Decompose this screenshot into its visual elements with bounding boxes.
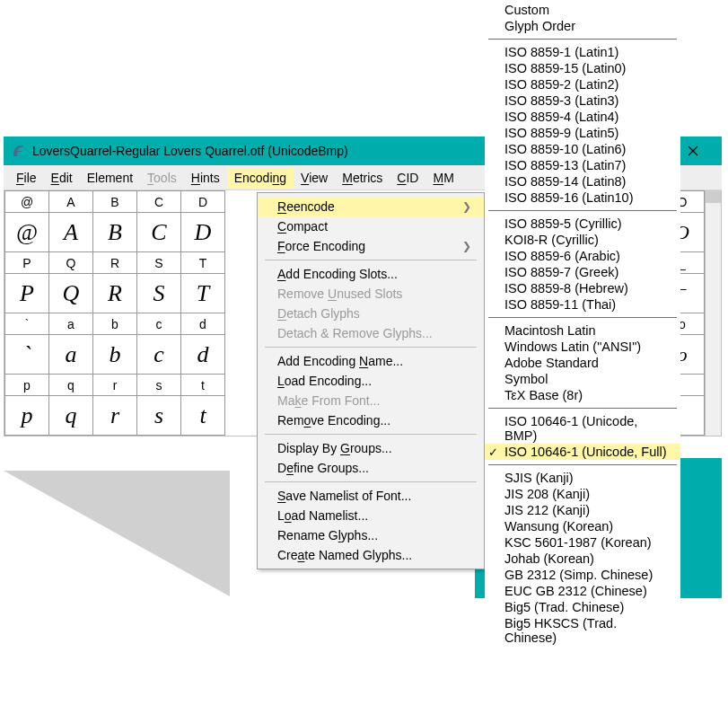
encoding-option[interactable]: ISO 8859-6 (Arabic) <box>485 248 680 264</box>
glyph-cell[interactable]: q <box>49 396 93 436</box>
menu-edit[interactable]: Edit <box>44 168 80 188</box>
glyph-cell[interactable]: a <box>49 335 93 375</box>
encoding-option[interactable]: JIS 208 (Kanji) <box>485 486 680 502</box>
glyph-head: ` <box>5 313 49 335</box>
encoding-option[interactable]: Wansung (Korean) <box>485 518 680 534</box>
vertical-scrollbar[interactable] <box>705 190 721 436</box>
encoding-option[interactable]: ISO 8859-4 (Latin4) <box>485 109 680 125</box>
glyph-head: D <box>181 191 225 213</box>
menu-item-add-encoding-name[interactable]: Add Encoding Name... <box>258 351 484 371</box>
menu-item-load-encoding[interactable]: Load Encoding... <box>258 371 484 391</box>
encoding-option[interactable]: ISO 8859-5 (Cyrillic) <box>485 216 680 232</box>
glyph-cell[interactable]: B <box>93 213 137 252</box>
menu-item-compact[interactable]: Compact <box>258 216 484 236</box>
glyph-cell[interactable]: Q <box>49 274 93 313</box>
glyph-cell[interactable]: p <box>5 396 49 436</box>
glyph-cell[interactable]: ` <box>5 335 49 375</box>
encoding-option[interactable]: Johab (Korean) <box>485 551 680 567</box>
menu-item-add-encoding-slots[interactable]: Add Encoding Slots... <box>258 264 484 284</box>
glyph-cell[interactable]: s <box>137 396 181 436</box>
glyph-cell[interactable]: r <box>93 396 137 436</box>
menu-separator <box>265 481 477 482</box>
menu-item-create-named-glyphs[interactable]: Create Named Glyphs... <box>258 545 484 565</box>
encoding-option[interactable]: ISO 8859-16 (Latin10) <box>485 190 680 206</box>
encoding-option[interactable]: KSC 5601-1987 (Korean) <box>485 534 680 551</box>
encoding-option[interactable]: ISO 8859-13 (Latin7) <box>485 157 680 173</box>
menu-item-rename-glyphs[interactable]: Rename Glyphs... <box>258 525 484 545</box>
glyph-head: r <box>93 375 137 396</box>
encoding-option[interactable]: ISO 8859-11 (Thai) <box>485 296 680 313</box>
menu-file[interactable]: File <box>9 168 44 188</box>
glyph-cell[interactable]: c <box>137 335 181 375</box>
encoding-option[interactable]: Symbol <box>485 371 680 387</box>
encoding-menu: Reencode❯CompactForce Encoding❯Add Encod… <box>257 192 485 569</box>
glyph-cell[interactable]: d <box>181 335 225 375</box>
glyph-cell[interactable]: b <box>93 335 137 375</box>
encoding-option[interactable]: KOI8-R (Cyrillic) <box>485 232 680 248</box>
glyph-head: P <box>5 252 49 274</box>
glyph-head: T <box>181 252 225 274</box>
menu-item-reencode[interactable]: Reencode❯ <box>258 197 484 216</box>
submenu-arrow-icon: ❯ <box>462 200 471 213</box>
encoding-option[interactable]: Macintosh Latin <box>485 322 680 339</box>
encoding-option[interactable]: GB 2312 (Simp. Chinese) <box>485 567 680 583</box>
menu-item-force-encoding[interactable]: Force Encoding❯ <box>258 236 484 256</box>
encoding-option[interactable]: Custom <box>485 2 680 18</box>
glyph-cell[interactable]: R <box>93 274 137 313</box>
menu-tools: Tools <box>140 168 184 188</box>
encoding-option[interactable]: ISO 8859-9 (Latin5) <box>485 125 680 141</box>
glyph-cell[interactable]: @ <box>5 213 49 252</box>
encoding-option[interactable]: ISO 8859-7 (Greek) <box>485 264 680 280</box>
glyph-cell[interactable]: C <box>137 213 181 252</box>
glyph-head: B <box>93 191 137 213</box>
reencode-submenu: CustomGlyph OrderISO 8859-1 (Latin1)ISO … <box>485 0 680 648</box>
menu-item-save-namelist-of-font[interactable]: Save Namelist of Font... <box>258 486 484 506</box>
menu-separator <box>265 434 477 435</box>
encoding-option[interactable]: JIS 212 (Kanji) <box>485 502 680 518</box>
encoding-option[interactable]: ISO 8859-10 (Latin6) <box>485 141 680 157</box>
glyph-cell[interactable]: D <box>181 213 225 252</box>
glyph-cell[interactable]: P <box>5 274 49 313</box>
glyph-cell[interactable]: A <box>49 213 93 252</box>
encoding-option[interactable]: ISO 8859-2 (Latin2) <box>485 76 680 93</box>
menu-hints[interactable]: Hints <box>184 168 227 188</box>
glyph-head: t <box>181 375 225 396</box>
encoding-option[interactable]: Adobe Standard <box>485 355 680 371</box>
encoding-option[interactable]: ISO 10646-1 (Unicode, BMP) <box>485 413 680 444</box>
encoding-option[interactable]: ISO 8859-14 (Latin8) <box>485 173 680 190</box>
menu-metrics[interactable]: Metrics <box>335 168 390 188</box>
menu-item-load-namelist[interactable]: Load Namelist... <box>258 506 484 525</box>
glyph-head: q <box>49 375 93 396</box>
menu-item-remove-encoding[interactable]: Remove Encoding... <box>258 410 484 430</box>
menu-encoding[interactable]: Encoding <box>227 168 294 188</box>
encoding-option[interactable]: ISO 8859-15 (Latin0) <box>485 60 680 76</box>
menu-item-define-groups[interactable]: Define Groups... <box>258 458 484 478</box>
encoding-option[interactable]: SJIS (Kanji) <box>485 470 680 486</box>
glyph-cell[interactable]: T <box>181 274 225 313</box>
encoding-option[interactable]: ΤεΧ Base (8r) <box>485 387 680 403</box>
glyph-table[interactable]: @ABCD @ABCD PQRST PQRST `abcd `abcd pqrs… <box>4 190 225 436</box>
menu-separator <box>488 464 677 465</box>
menu-separator <box>265 260 477 260</box>
encoding-option[interactable]: Windows Latin ("ANSI") <box>485 339 680 355</box>
encoding-option[interactable]: ✓ISO 10646-1 (Unicode, Full) <box>485 444 680 460</box>
encoding-option[interactable]: Glyph Order <box>485 18 680 34</box>
menu-view[interactable]: View <box>294 168 335 188</box>
glyph-cell[interactable]: t <box>181 396 225 436</box>
encoding-option[interactable]: ISO 8859-1 (Latin1) <box>485 44 680 60</box>
encoding-option[interactable]: Big5 HKSCS (Trad. Chinese) <box>485 615 680 646</box>
menu-item-remove-unused-slots: Remove Unused Slots <box>258 284 484 304</box>
menu-element[interactable]: Element <box>80 168 140 188</box>
menu-mm[interactable]: MM <box>425 168 460 188</box>
menu-cid[interactable]: CID <box>390 168 425 188</box>
glyph-cell[interactable]: S <box>137 274 181 313</box>
glyph-head: A <box>49 191 93 213</box>
menu-item-display-by-groups[interactable]: Display By Groups... <box>258 438 484 458</box>
window-title: LoversQuarrel-Regular Lovers Quarrel.otf… <box>32 144 348 158</box>
encoding-option[interactable]: ISO 8859-3 (Latin3) <box>485 93 680 109</box>
encoding-option[interactable]: Big5 (Trad. Chinese) <box>485 599 680 615</box>
glyph-head: S <box>137 252 181 274</box>
encoding-option[interactable]: EUC GB 2312 (Chinese) <box>485 583 680 599</box>
encoding-option[interactable]: ISO 8859-8 (Hebrew) <box>485 280 680 296</box>
scroll-thumb[interactable] <box>706 190 721 203</box>
